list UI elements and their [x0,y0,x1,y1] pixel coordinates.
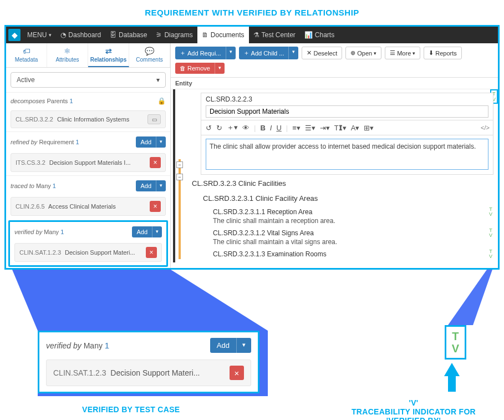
add-refined-caret[interactable]: ▾ [156,136,166,148]
comments-icon: 💬 [130,47,169,55]
rel-item-decomposes[interactable]: CL.SRD.3.2.2 Clinic Information Systems … [11,110,166,128]
deselect-button[interactable]: ✕ Deselect [302,47,342,59]
goto-button[interactable]: ▭ [147,114,161,124]
list-bullet-icon[interactable]: ☰▾ [305,124,315,132]
section-clinic-facilities[interactable]: CL.SRD.3.2.3 Clinic Facilities [187,176,493,191]
rel-refined: refined by Requirement 1 Add ▾ ITS.CS.3.… [6,131,170,175]
view-icon[interactable]: 👁 [242,124,250,132]
relationships-icon: ⇄ [89,47,128,55]
tab-comments[interactable]: 💬Comments [129,43,170,67]
menu-database[interactable]: 🗄Database [105,27,151,43]
add-verified-button[interactable]: Add [132,226,152,237]
menu-dropdown[interactable]: MENU ▾ [23,27,56,43]
menu-dashboard[interactable]: ◔Dashboard [56,27,105,43]
tv-indicator: TV [489,228,492,238]
align-icon[interactable]: ≡▾ [292,124,301,132]
gauge-icon: ◔ [60,31,66,39]
arrow-stem [448,375,456,392]
annotation-main-title: REQUIREMENT WITH VERIFIED BY RELATIONSHI… [0,0,504,25]
side-tabs: 🏷Metadata ⚛Attributes ⇄Relationships 💬Co… [6,43,170,68]
menu-diagrams[interactable]: ⚞Diagrams [151,27,197,43]
menubar: ◆ MENU ▾ ◔Dashboard 🗄Database ⚞Diagrams … [6,27,498,43]
remove-caret[interactable]: ▾ [215,63,225,74]
app-window: ◆ MENU ▾ ◔Dashboard 🗄Database ⚞Diagrams … [4,25,500,270]
add-child-button[interactable]: ＋ Add Child ... [239,47,289,59]
undo-icon[interactable]: ↺ [206,124,212,132]
italic-icon[interactable]: I [270,124,272,132]
more-button[interactable]: ☰ More ▾ [385,47,420,59]
rel-item-traced[interactable]: CLIN.2.6.5 Access Clinical Materials × [11,197,166,216]
plus-icon: ＋ [180,49,186,57]
text-size-icon[interactable]: T𝗜▾ [334,124,347,132]
menu-charts[interactable]: 📊Charts [300,27,339,43]
reports-button[interactable]: ⬇ Reports [424,47,462,59]
indent-icon[interactable]: ⇥▾ [320,124,330,132]
list-icon: ☰ [390,49,395,57]
left-panel: 🏷Metadata ⚛Attributes ⇄Relationships 💬Co… [6,43,171,268]
rel-decomposes: decomposes Parents 1 🔒 CL.SRD.3.2.2 Clin… [6,92,170,131]
add-refined-button[interactable]: Add [136,136,156,148]
code-view-icon[interactable]: </> [481,124,490,131]
attributes-icon: ⚛ [48,47,86,55]
subreq-reception[interactable]: TV CL.SRD.3.2.3.1.1 Reception Area The c… [187,206,493,227]
tv-indicator: TV [489,249,492,259]
enlarged-add-button[interactable]: Add [210,338,236,353]
callout-area: verified by Many 1 Add ▾ CLIN.SAT.1.2.3 … [4,270,500,420]
document-area: − − TV CL.SRD.3.2.2.3 ↺ ↻ [171,89,498,262]
trash-icon: 🗑 [180,65,186,72]
delete-verified-button[interactable]: × [146,247,157,258]
arrow-up-icon [444,363,460,376]
add-traced-caret[interactable]: ▾ [156,180,166,191]
font-color-icon[interactable]: A▾ [351,124,360,132]
menu-test-center[interactable]: ⚗Test Center [249,27,300,43]
entity-column-header: Entity [171,78,498,89]
chart-icon: 📊 [304,31,313,39]
redo-icon[interactable]: ↻ [216,124,222,132]
rich-text-toolbar: ↺ ↻ ＋▾ 👁 | B I U | ≡▾ ☰▾ ⇥▾ T𝗜 [201,120,493,135]
add-requirement-button[interactable]: ＋ Add Requi... [175,47,226,59]
requirement-editor: CL.SRD.3.2.2.3 ↺ ↻ ＋▾ 👁 | B I U [201,93,493,175]
subreq-vital-signs[interactable]: TV CL.SRD.3.2.3.1.2 Vital Signs Area The… [187,227,493,248]
right-panel: ＋ Add Requi... ▾ ＋ Add Child ... ▾ ✕ Des… [171,43,498,268]
doc-toolbar: ＋ Add Requi... ▾ ＋ Add Child ... ▾ ✕ Des… [171,43,498,78]
rel-item-verified[interactable]: CLIN.SAT.1.2.3 Decision Support Materi..… [14,243,162,262]
delete-refined-button[interactable]: × [150,157,161,168]
add-verified-caret[interactable]: ▾ [152,226,162,237]
subreq-exam-rooms[interactable]: TV CL.SRD.3.2.3.1.3 Examination Rooms [187,248,493,260]
chevron-down-icon: ▾ [156,76,160,84]
database-icon: 🗄 [110,31,116,39]
underline-icon[interactable]: U [276,124,281,132]
enlarged-rel-item[interactable]: CLIN.SAT.1.2.3 Decision Support Materi..… [46,360,251,386]
enlarged-add-caret[interactable]: ▾ [236,338,251,353]
add-child-caret[interactable]: ▾ [288,47,298,59]
flask-icon: ⚗ [253,31,259,39]
filter-label: Active [17,76,35,84]
tag-icon: 🏷 [7,47,45,55]
tab-attributes[interactable]: ⚛Attributes [47,43,88,67]
add-requirement-caret[interactable]: ▾ [226,47,236,59]
svg-marker-1 [448,270,492,325]
callout-trace-label: 'V' TRACEABILITY INDICATOR FOR 'VERIFIED… [339,398,488,420]
add-icon[interactable]: ＋▾ [227,123,238,133]
enlarged-delete-button[interactable]: × [230,366,244,380]
open-button[interactable]: ⊕ Open ▾ [345,47,381,59]
callout-verified-label: VERIFIED BY TEST CASE [82,405,180,414]
rel-item-refined[interactable]: ITS.CS.3.2 Decision Support Materials I.… [11,153,166,172]
filter-dropdown[interactable]: Active ▾ [11,72,166,88]
lock-icon: 🔒 [157,97,166,105]
download-icon: ⬇ [429,49,434,57]
table-icon[interactable]: ⊞▾ [364,124,374,132]
tab-relationships[interactable]: ⇄Relationships [88,43,129,67]
collapse-toggle-2[interactable]: − [176,174,183,180]
requirement-text-editor[interactable]: The clinic shall allow provider access t… [206,139,488,170]
section-facility-areas[interactable]: CL.SRD.3.2.3.1 Clinic Facility Areas [187,191,493,206]
remove-button[interactable]: 🗑 Remove [175,63,215,74]
menu-documents[interactable]: 🗎Documents [197,27,249,43]
requirement-title-input[interactable] [206,105,488,118]
bold-icon[interactable]: B [260,124,265,132]
delete-traced-button[interactable]: × [150,201,161,212]
app-logo[interactable]: ◆ [8,29,21,41]
collapse-toggle-1[interactable]: − [176,161,183,168]
tab-metadata[interactable]: 🏷Metadata [6,43,47,67]
add-traced-button[interactable]: Add [136,180,156,191]
